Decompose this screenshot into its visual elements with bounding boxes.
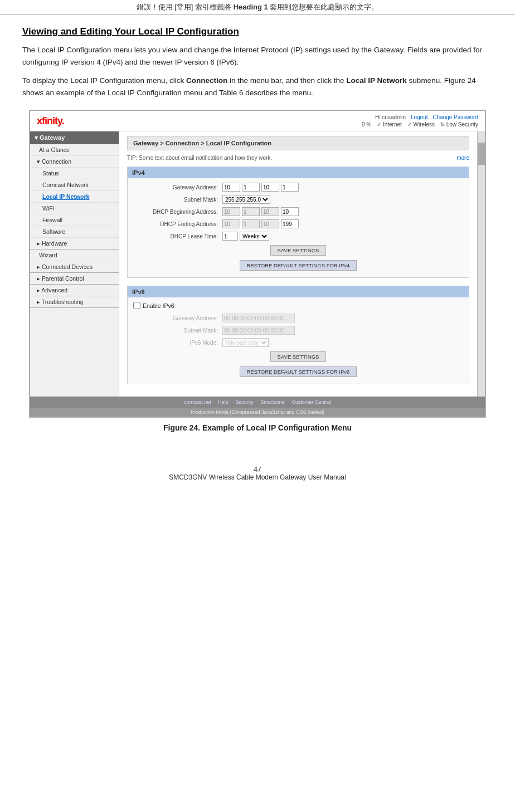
footer-link-comcast[interactable]: comcast.net xyxy=(184,399,211,405)
subnet-mask-row: Subnet Mask: 255.255.255.0 xyxy=(133,195,463,204)
ipv6-mode-label: IPv6 Mode: xyxy=(133,340,222,346)
enable-ipv6-row: Enable IPv6 xyxy=(133,302,463,309)
xfinity-footer: comcast.net Help Security Smartzone Cust… xyxy=(30,397,485,408)
tip-bar: TIP: Some text about email notification … xyxy=(127,155,469,161)
change-password-link[interactable]: Change Password xyxy=(433,114,478,120)
gateway-addr-3[interactable] xyxy=(261,183,279,192)
tip-more-link[interactable]: more xyxy=(456,155,469,161)
dhcp-begin-2[interactable] xyxy=(242,207,260,216)
subnet-mask-inputs: 255.255.255.0 xyxy=(222,195,270,204)
sidebar-advanced[interactable]: ▸ Advanced xyxy=(30,285,119,296)
xfinity-logo: xfinity. xyxy=(37,115,64,127)
ipv4-header: IPv4 xyxy=(128,167,469,178)
dhcp-begin-1[interactable] xyxy=(222,207,240,216)
dhcp-begin-label: DHCP Beginning Address: xyxy=(133,209,222,215)
percent-indicator: 0 % xyxy=(362,121,371,128)
footer-link-help[interactable]: Help xyxy=(218,399,229,405)
ipv6-gateway-input xyxy=(222,314,295,322)
top-bar-right: Hi cusadmin Logout Change Password 0 % ✓… xyxy=(362,114,478,128)
dhcp-begin-row: DHCP Beginning Address: xyxy=(133,207,463,216)
manual-name: SMCD3GNV Wireless Cable Modem Gateway Us… xyxy=(0,473,515,481)
sidebar: ▾ Gateway At a Glance ▾ Connection Statu… xyxy=(30,131,119,397)
figure-caption: Figure 24. Example of Local IP Configura… xyxy=(29,423,486,432)
figure-container: xfinity. Hi cusadmin Logout Change Passw… xyxy=(29,110,486,432)
main-area: ▾ Gateway At a Glance ▾ Connection Statu… xyxy=(30,131,485,397)
ipv4-save-button[interactable]: SAVE SETTINGS xyxy=(270,245,327,256)
sidebar-item-wifi[interactable]: WiFi xyxy=(30,203,119,214)
footer-link-customer-central[interactable]: Customer Central xyxy=(291,399,331,405)
dhcp-end-3[interactable] xyxy=(261,219,279,228)
dhcp-end-label: DHCP Ending Address: xyxy=(133,221,222,227)
sidebar-connected-devices[interactable]: ▸ Connected Devices xyxy=(30,261,119,273)
ipv6-gateway-label: Gateway Address: xyxy=(133,315,222,321)
ipv6-mode-row: IPv6 Mode: link-local only xyxy=(133,338,463,347)
ipv6-mode-input-wrap: link-local only xyxy=(222,338,269,347)
content-area: Gateway > Connection > Local IP Configur… xyxy=(119,131,477,397)
ipv4-restore-row: RESTORE DEFAULT SETTINGS FOR IPv4 xyxy=(133,260,463,271)
gateway-addr-2[interactable] xyxy=(242,183,260,192)
ipv6-body: Enable IPv6 Gateway Address: Subnet Mask… xyxy=(128,297,469,384)
sidebar-item-wizard[interactable]: Wizard xyxy=(30,250,119,261)
ipv6-subnet-row: Subnet Mask: xyxy=(133,326,463,335)
scroll-thumb[interactable] xyxy=(478,143,485,165)
dhcp-lease-label: DHCP Lease Time: xyxy=(133,233,222,239)
dhcp-end-row: DHCP Ending Address: xyxy=(133,219,463,228)
sidebar-item-comcast-network[interactable]: Comcast Network xyxy=(30,179,119,191)
body-paragraph-2: To display the Local IP Configuration me… xyxy=(22,75,493,99)
enable-ipv6-label: Enable IPv6 xyxy=(143,302,174,309)
ipv6-save-button[interactable]: SAVE SETTINGS xyxy=(270,351,327,362)
ipv4-restore-button[interactable]: RESTORE DEFAULT SETTINGS FOR IPv4 xyxy=(240,260,357,271)
dhcp-lease-unit-select[interactable]: Weeks Days Hours xyxy=(240,232,269,241)
dhcp-end-inputs xyxy=(222,219,299,228)
logout-link[interactable]: Logout xyxy=(411,114,428,120)
footer-link-security[interactable]: Security xyxy=(235,399,254,405)
sidebar-parental-control[interactable]: ▸ Parental Control xyxy=(30,273,119,285)
internet-indicator: ✓ Internet xyxy=(377,121,402,128)
dhcp-begin-4[interactable] xyxy=(281,207,299,216)
sidebar-item-software[interactable]: Software xyxy=(30,226,119,238)
ipv6-save-row: SAVE SETTINGS xyxy=(133,351,463,362)
xfinity-ui: xfinity. Hi cusadmin Logout Change Passw… xyxy=(29,110,486,418)
sidebar-troubleshooting[interactable]: ▸ Troubleshooting xyxy=(30,296,119,308)
ipv6-section: IPv6 Enable IPv6 Gateway Address: xyxy=(127,286,469,384)
ipv6-subnet-input-wrap xyxy=(222,326,295,335)
dhcp-end-2[interactable] xyxy=(242,219,260,228)
page-number: 47 xyxy=(0,466,515,473)
page-footer: 47 SMCD3GNV Wireless Cable Modem Gateway… xyxy=(0,466,515,492)
page-content: Viewing and Editing Your Local IP Config… xyxy=(0,15,515,449)
ipv6-restore-button[interactable]: RESTORE DEFAULT SETTINGS FOR IPv6 xyxy=(240,366,357,377)
top-bar: xfinity. Hi cusadmin Logout Change Passw… xyxy=(30,111,485,131)
dhcp-lease-row: DHCP Lease Time: Weeks Days Hours xyxy=(133,232,463,241)
gateway-addr-1[interactable] xyxy=(222,183,240,192)
section-title: Viewing and Editing Your Local IP Config… xyxy=(22,26,493,37)
gateway-addr-4[interactable] xyxy=(281,183,299,192)
gateway-header[interactable]: ▾ Gateway xyxy=(30,131,119,144)
breadcrumb: Gateway > Connection > Local IP Configur… xyxy=(127,136,469,150)
footer-link-smartzone[interactable]: Smartzone xyxy=(260,399,285,405)
dhcp-end-1[interactable] xyxy=(222,219,240,228)
enable-ipv6-checkbox[interactable] xyxy=(133,302,140,309)
dhcp-begin-inputs xyxy=(222,207,299,216)
ipv6-subnet-label: Subnet Mask: xyxy=(133,327,222,334)
gateway-address-label: Gateway Address: xyxy=(133,184,222,190)
dhcp-end-4[interactable] xyxy=(281,219,299,228)
sidebar-item-local-ip-network[interactable]: Local IP Network xyxy=(30,191,119,203)
ipv6-gateway-input-wrap xyxy=(222,314,295,322)
sidebar-item-firewall[interactable]: Firewall xyxy=(30,214,119,226)
hi-user: Hi cusadmin Logout Change Password xyxy=(362,114,478,120)
body-paragraph-1: The Local IP Configuration menu lets you… xyxy=(22,44,493,68)
scrollbar[interactable] xyxy=(477,131,485,397)
gateway-address-row: Gateway Address: xyxy=(133,183,463,192)
dhcp-lease-value[interactable] xyxy=(222,232,238,241)
security-indicator: ↻ Low Security xyxy=(440,121,478,128)
sidebar-item-status[interactable]: Status xyxy=(30,168,119,179)
error-bar-text: 錯誤！使用 [常用] 索引標籤將 Heading 1 套用到您想要在此處顯示的文… xyxy=(137,3,379,11)
subnet-mask-select[interactable]: 255.255.255.0 xyxy=(222,195,270,204)
sidebar-hardware-section[interactable]: ▸ Hardware xyxy=(30,238,119,250)
sidebar-item-at-a-glance[interactable]: At a Glance xyxy=(30,144,119,156)
ipv6-subnet-input xyxy=(222,326,295,335)
ipv6-restore-row: RESTORE DEFAULT SETTINGS FOR IPv6 xyxy=(133,366,463,377)
dhcp-begin-3[interactable] xyxy=(261,207,279,216)
xfinity-footer-sub: Production Mode (Compressed JavaScript a… xyxy=(30,408,485,417)
sidebar-connection-section[interactable]: ▾ Connection xyxy=(30,156,119,168)
